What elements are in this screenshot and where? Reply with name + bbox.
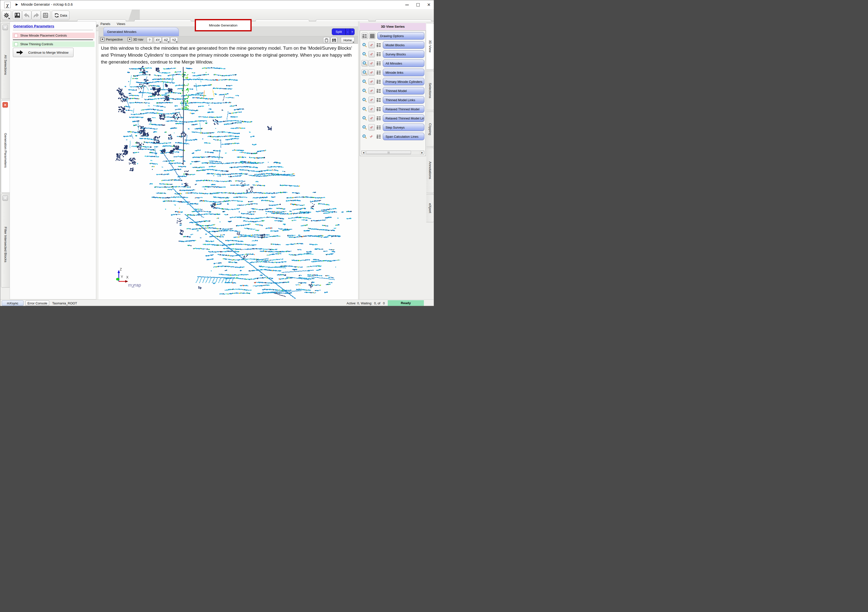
right-tab-3d-view[interactable]: 3D View (426, 23, 434, 70)
series-settings-button[interactable] (376, 51, 382, 57)
clip-button[interactable]: ✂ (369, 78, 375, 85)
split-plus-button[interactable]: + (350, 29, 354, 35)
zoom-button[interactable] (361, 97, 367, 103)
series-toggle-button[interactable]: All Minodes (383, 60, 424, 67)
error-console-button[interactable]: Error Console (25, 300, 49, 306)
series-toggle-button[interactable]: Thinned Model (383, 87, 424, 94)
close-tab-icon[interactable]: ✕ (3, 102, 8, 108)
zoom-button[interactable] (361, 60, 368, 66)
maximize-button[interactable] (412, 0, 423, 9)
tab-generated-minodes[interactable]: Generated Minodes (104, 27, 179, 36)
split-minus-button[interactable]: - (346, 29, 350, 35)
3d-view-area[interactable]: Use this window to check the minodes tha… (98, 43, 358, 300)
series-horizontal-scrollbar[interactable]: ◀ ▶ (361, 151, 424, 155)
clip-button[interactable]: ✂ (369, 88, 375, 94)
series-settings-button[interactable] (376, 42, 382, 48)
zoom-button[interactable] (361, 88, 367, 94)
clip-button[interactable]: ✂ (369, 124, 375, 131)
view-xy-button[interactable]: XY (154, 37, 161, 43)
clip-button[interactable]: ✂ (369, 106, 375, 112)
home-button[interactable]: Home (341, 37, 355, 43)
series-toggle-button[interactable]: Model Blocks (383, 41, 424, 49)
clipboard-button[interactable] (323, 37, 330, 43)
scroll-right-arrow[interactable]: ▶ (420, 151, 424, 154)
save-view-button[interactable] (330, 37, 337, 43)
series-settings-button[interactable] (376, 106, 382, 112)
menu-views[interactable]: Views (117, 22, 125, 26)
zoom-button[interactable] (361, 124, 367, 130)
menu-panels[interactable]: Panels (101, 22, 110, 26)
minode-point-cloud[interactable] (98, 44, 358, 300)
clip-button[interactable]: ✂ (369, 60, 375, 66)
panel-title-link[interactable]: Generation Parameters (13, 24, 54, 28)
series-toggle-button[interactable]: Primary Minode Cylinders (383, 78, 424, 85)
grid-button[interactable] (369, 32, 375, 39)
right-tab-annotations[interactable]: Annotations (426, 148, 434, 193)
series-toggle-button[interactable]: Drawing Options (377, 32, 424, 40)
checkbox-checked[interactable]: ✕ (128, 37, 132, 41)
clip-button[interactable]: ✂ (369, 115, 375, 121)
series-settings-button[interactable] (376, 79, 382, 85)
close-button[interactable]: ✕ (423, 0, 434, 9)
zoom-button[interactable] (361, 115, 367, 121)
series-settings-button[interactable] (376, 124, 382, 130)
series-toggle-button[interactable]: Minode links (383, 69, 424, 76)
close-tab-icon[interactable]: ✕ (3, 25, 8, 30)
mxsync-button[interactable]: mXsync (2, 300, 23, 306)
right-tab-export[interactable]: eXport (426, 194, 434, 222)
checkbox-checked[interactable]: ✕ (101, 37, 104, 41)
clip-button[interactable]: ✂ (369, 97, 375, 103)
continue-to-merge-window-button[interactable]: Continue to Merge Window (13, 48, 73, 57)
layout-button[interactable] (12, 11, 22, 20)
checkbox-unchecked[interactable] (14, 34, 18, 37)
series-settings-button[interactable] (376, 133, 382, 139)
series-settings-button[interactable] (376, 88, 382, 94)
close-tab-icon[interactable]: ✕ (3, 195, 8, 201)
view-xz-button[interactable]: XZ (162, 37, 170, 43)
series-settings-button[interactable] (376, 115, 382, 121)
zoom-button[interactable] (361, 106, 367, 112)
series-toggle-button[interactable]: Thinned Model Links (383, 96, 424, 104)
save-button[interactable] (41, 11, 50, 20)
clip-button[interactable]: ✂ (369, 133, 374, 139)
left-tab-all-selections[interactable]: ✕All Selections (1, 23, 10, 99)
settings-button[interactable] (2, 11, 11, 20)
tab-minode-generation-highlighted[interactable]: Minode Generation (195, 19, 252, 31)
series-toggle-button[interactable]: Survey Blocks (383, 51, 424, 58)
series-toggle-button[interactable]: Relaxed Thinned Model (383, 105, 424, 113)
series-settings-button[interactable] (376, 70, 382, 76)
checkbox-unchecked[interactable] (14, 43, 18, 46)
minimize-button[interactable] (401, 0, 412, 9)
series-settings-button[interactable] (376, 60, 382, 66)
show-thinning-toggle[interactable]: Show Thinning Controls (12, 41, 95, 47)
clip-button[interactable]: ✂ (369, 42, 375, 48)
left-tab-filter-intersected-blocks[interactable]: ✕Filter Intersected Blocks (1, 194, 10, 287)
series-toggle-button[interactable]: Span Calculation Lines (383, 133, 424, 140)
undo-button[interactable] (22, 11, 31, 20)
zoom-button[interactable] (361, 133, 367, 139)
right-tab-clipping[interactable]: Clipping (426, 111, 434, 147)
data-refresh-button[interactable]: Data (52, 11, 70, 20)
left-tab-generation-parameters[interactable]: ✕Generation Parameters (1, 100, 10, 193)
series-toggle-button[interactable]: Step Surveys (383, 124, 424, 131)
show-minode-placement-toggle[interactable]: Show Minode Placement Controls (12, 32, 95, 38)
zoom-button[interactable] (361, 69, 368, 76)
split-button[interactable]: Split (332, 29, 346, 35)
series-toggle-button[interactable]: Relaxed Thinned Model Links (383, 114, 424, 122)
redo-button[interactable] (31, 11, 41, 20)
maximize-icon (417, 3, 420, 6)
zoom-button[interactable] (361, 51, 367, 57)
scroll-left-arrow[interactable]: ◀ (361, 151, 366, 154)
perspective-toggle[interactable]: ✕ Perspective (101, 37, 123, 41)
clip-button[interactable]: ✂ (369, 51, 375, 57)
3d-nav-toggle[interactable]: ✕ 3D nav (128, 37, 143, 41)
right-tab-selections[interactable]: Selections (426, 71, 434, 110)
series-settings-button[interactable] (376, 97, 382, 103)
zoom-button[interactable] (361, 42, 367, 48)
scroll-thumb[interactable] (366, 151, 411, 154)
series-settings-button[interactable] (361, 32, 368, 39)
clip-button[interactable]: ✂ (369, 69, 375, 76)
help-button[interactable]: ? (147, 37, 152, 43)
zoom-button[interactable] (361, 79, 367, 85)
view-yz-button[interactable]: YZ (170, 37, 178, 43)
